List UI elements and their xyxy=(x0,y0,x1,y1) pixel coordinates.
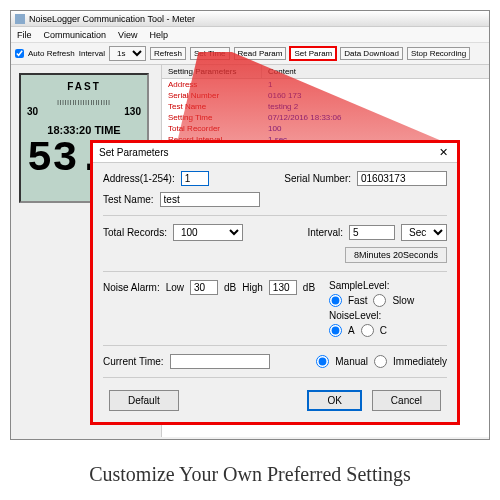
address-input[interactable] xyxy=(181,171,209,186)
interval-label2: Interval: xyxy=(307,227,343,238)
curtime-label: Current Time: xyxy=(103,356,164,367)
fast-radio[interactable] xyxy=(329,294,342,307)
address-label: Address(1-254): xyxy=(103,173,175,184)
testname-label: Test Name: xyxy=(103,194,154,205)
interval-unit-select[interactable]: Sec xyxy=(401,224,447,241)
high-label: High xyxy=(242,282,263,293)
sample-label: SampleLevel: xyxy=(329,280,390,291)
high-input[interactable] xyxy=(269,280,297,295)
refresh-button[interactable]: Refresh xyxy=(150,47,186,60)
noise-label: NoiseLevel: xyxy=(329,310,381,321)
slow-radio[interactable] xyxy=(373,294,386,307)
menu-file[interactable]: File xyxy=(17,30,32,40)
interval-label: Interval xyxy=(79,49,105,58)
serial-label: Serial Number: xyxy=(284,173,351,184)
titlebar: NoiseLogger Communication Tool - Meter xyxy=(11,11,489,27)
gauge-ticks: ||||||||||||||||||||| xyxy=(57,99,111,105)
manual-radio[interactable] xyxy=(316,355,329,368)
menu-help[interactable]: Help xyxy=(149,30,168,40)
duration-display: 8Minutes 20Seconds xyxy=(345,247,447,263)
auto-refresh-label: Auto Refresh xyxy=(28,49,75,58)
menu-communication[interactable]: Communication xyxy=(44,30,107,40)
app-title: NoiseLogger Communication Tool - Meter xyxy=(29,14,195,24)
db-unit1: dB xyxy=(224,282,236,293)
auto-refresh-checkbox[interactable] xyxy=(15,49,24,58)
low-input[interactable] xyxy=(190,280,218,295)
app-icon xyxy=(15,14,25,24)
lcd-gauge: 30 ||||||||||||||||||||| 130 xyxy=(27,98,141,118)
dialog-title: Set Parameters xyxy=(99,147,168,158)
curtime-input[interactable] xyxy=(170,354,270,369)
total-label: Total Records: xyxy=(103,227,167,238)
immediately-radio[interactable] xyxy=(374,355,387,368)
total-select[interactable]: 100 xyxy=(173,224,243,241)
lcd-mode: FAST xyxy=(27,81,141,92)
close-icon[interactable]: ✕ xyxy=(435,145,451,161)
menu-view[interactable]: View xyxy=(118,30,137,40)
testname-input[interactable] xyxy=(160,192,260,207)
alarm-label: Noise Alarm: xyxy=(103,282,160,293)
a-radio[interactable] xyxy=(329,324,342,337)
caption: Customize Your Own Preferred Settings xyxy=(0,463,500,486)
db-unit2: dB xyxy=(303,282,315,293)
dialog-titlebar: Set Parameters ✕ xyxy=(93,143,457,163)
interval-select[interactable]: 1s xyxy=(109,46,146,61)
set-param-button[interactable]: Set Param xyxy=(290,47,336,60)
ok-button[interactable]: OK xyxy=(307,390,361,411)
low-label: Low xyxy=(166,282,184,293)
cancel-button[interactable]: Cancel xyxy=(372,390,441,411)
interval-input[interactable] xyxy=(349,225,395,240)
default-button[interactable]: Default xyxy=(109,390,179,411)
serial-input[interactable] xyxy=(357,171,447,186)
c-radio[interactable] xyxy=(361,324,374,337)
set-parameters-dialog: Set Parameters ✕ Address(1-254): Serial … xyxy=(90,140,460,425)
gauge-low: 30 xyxy=(27,106,38,117)
gauge-high: 130 xyxy=(124,106,141,117)
data-download-button[interactable]: Data Download xyxy=(340,47,403,60)
stop-recording-button[interactable]: Stop Recording xyxy=(407,47,470,60)
menubar: File Communication View Help xyxy=(11,27,489,43)
